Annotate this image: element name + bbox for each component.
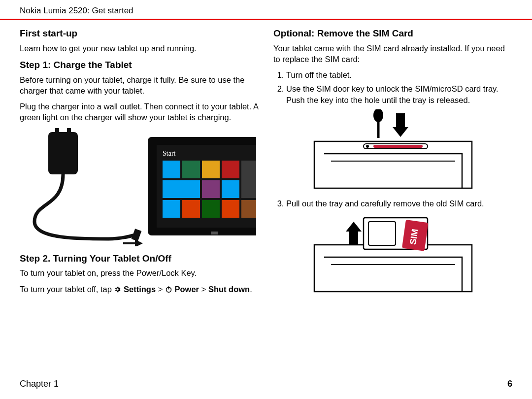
text-step1b: Plug the charger into a wall outlet. The… <box>20 101 259 123</box>
svg-rect-23 <box>168 286 169 289</box>
svg-marker-37 <box>346 222 362 232</box>
svg-rect-16 <box>182 200 200 218</box>
svg-rect-8 <box>163 161 180 178</box>
power-icon <box>165 285 172 294</box>
svg-rect-12 <box>202 180 220 198</box>
figure-sim-remove: SIM <box>304 213 482 297</box>
svg-rect-1 <box>55 128 59 134</box>
svg-rect-27 <box>373 145 423 148</box>
svg-rect-38 <box>349 232 358 245</box>
svg-rect-17 <box>202 200 220 218</box>
svg-rect-18 <box>222 200 239 218</box>
svg-point-26 <box>366 145 369 148</box>
svg-rect-14 <box>222 180 239 198</box>
figure-charger-tablet: Start <box>20 128 256 246</box>
figure-sim-eject <box>304 109 482 193</box>
sim-step-2: Use the SIM door key to unlock the SIM/m… <box>286 83 512 105</box>
text-intro: Learn how to get your new tablet up and … <box>20 43 259 54</box>
chapter-label: Chapter 1 <box>20 379 59 389</box>
sim-steps-list: Turn off the tablet. Use the SIM door ke… <box>273 69 512 105</box>
svg-rect-11 <box>202 161 220 178</box>
svg-rect-4 <box>123 242 135 244</box>
svg-rect-29 <box>377 120 379 138</box>
sim-steps-list-continued: Pull out the tray and carefully remove t… <box>273 198 512 209</box>
heading-step2: Step 2. Turning Your Tablet On/Off <box>20 252 259 265</box>
svg-rect-15 <box>163 200 180 218</box>
text-step2b: To turn your tablet off, tap Settings > … <box>20 284 259 295</box>
page-header: Nokia Lumia 2520: Get started <box>0 0 532 19</box>
svg-rect-19 <box>241 161 256 198</box>
text-sim-intro: Your tablet came with the SIM card alrea… <box>273 43 512 65</box>
right-column: Optional: Remove the SIM Card Your table… <box>273 23 512 299</box>
text-step1a: Before turning on your tablet, charge it… <box>20 74 259 97</box>
page-footer: Chapter 1 6 <box>20 379 512 389</box>
svg-marker-31 <box>393 127 408 137</box>
settings-icon <box>114 285 121 294</box>
sim-step-3: Pull out the tray and carefully remove t… <box>286 198 512 209</box>
svg-rect-21 <box>211 232 218 234</box>
svg-rect-13 <box>222 161 239 178</box>
tablet-start-label: Start <box>163 150 176 157</box>
svg-marker-5 <box>135 239 143 246</box>
svg-rect-20 <box>241 200 256 218</box>
sim-step-1: Turn off the tablet. <box>286 69 512 80</box>
heading-optional-sim: Optional: Remove the SIM Card <box>273 27 512 40</box>
page-content: First start-up Learn how to get your new… <box>0 20 532 299</box>
text-step2a: To turn your tablet on, press the Power/… <box>20 267 259 278</box>
svg-rect-2 <box>67 128 71 134</box>
svg-rect-30 <box>396 113 405 127</box>
svg-rect-10 <box>163 180 200 198</box>
svg-rect-9 <box>182 161 200 178</box>
svg-rect-0 <box>48 132 78 174</box>
left-column: First start-up Learn how to get your new… <box>20 23 259 299</box>
heading-step1: Step 1: Charge the Tablet <box>20 59 259 71</box>
svg-rect-3 <box>132 229 142 241</box>
heading-first-startup: First start-up <box>20 27 259 40</box>
page-number: 6 <box>507 379 512 389</box>
